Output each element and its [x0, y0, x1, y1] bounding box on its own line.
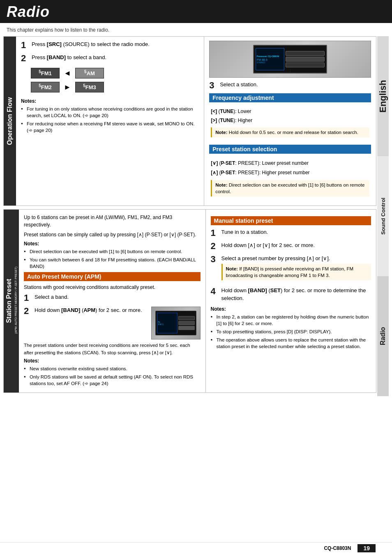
preset-station-header: Preset station selection — [209, 145, 371, 154]
band-fm2: 5FM2 — [31, 82, 60, 92]
sound-control-label: Sound Control — [377, 156, 389, 276]
preset-lower-sym: [∨] — [211, 160, 218, 166]
manual-step-1: 1 Tune in to a station. — [211, 229, 371, 238]
page-number: 19 — [357, 544, 376, 552]
apm-header: Auto Preset Memory (APM) — [24, 272, 201, 281]
manual-step-3-text: Select a preset number by pressing [∧] o… — [221, 255, 371, 283]
apm-notes: Notes: New stations overwrite existing s… — [24, 358, 201, 387]
step-3-number: 3 — [209, 81, 217, 90]
bottom-right-content: Manual station preset 1 Tune in to a sta… — [206, 210, 376, 392]
manual-step-2-text: Hold down [∧] or [∨] for 2 sec. or more. — [221, 242, 315, 249]
band-fm3: 5FM3 — [75, 82, 104, 92]
manual-step-1-text: Tune in to a station. — [221, 229, 268, 236]
tune-higher-sym: [>] — [211, 118, 217, 123]
device-image-top: Panasonic CQ-C8803N FM 88.5 STEREO — [209, 41, 371, 78]
top-section: Operation Flow 1 Press [SRC] (SOURCE) to… — [3, 36, 376, 206]
manual-notes-list: In step 2, a station can be registered b… — [211, 314, 371, 350]
apm-note-item: Only RDS stations will be saved at defau… — [24, 374, 201, 387]
step-1-number: 1 — [21, 41, 29, 50]
apm-step-2-block: 2 Hold down [BAND] (APM) for 2 sec. or m… — [24, 307, 201, 339]
manual-step-3: 3 Select a preset number by pressing [∧]… — [211, 255, 371, 283]
note-item: For tuning in on only stations whose rec… — [21, 106, 199, 119]
src-button-ref: [SRC] — [47, 41, 62, 47]
apm-scan-text: The preset stations under best receiving… — [24, 342, 201, 356]
top-right-content: Panasonic CQ-C8803N FM 88.5 STEREO — [204, 37, 376, 205]
operation-flow-label: Operation Flow — [4, 37, 16, 205]
device-screen: Panasonic CQ-C8803N FM 88.5 STEREO — [256, 48, 284, 70]
step-1: 1 Press [SRC] (SOURCE) to select the rad… — [21, 41, 199, 50]
note-item: For reducing noise when a receiving FM s… — [21, 120, 199, 134]
band-am: 5AM — [75, 68, 104, 78]
manual-step-4: 4 Hold down [BAND] (SET) for 2 sec. or m… — [211, 287, 371, 302]
band-button-ref: [BAND] — [47, 54, 66, 60]
tune-lower-sym: [<] — [211, 108, 217, 114]
band-diagram: 5FM1 ◄ 5AM 5FM2 ► 5FM3 — [31, 67, 199, 93]
notes-list-1: For tuning in on only stations whose rec… — [21, 106, 199, 134]
apm-step-2-number: 2 — [24, 307, 32, 316]
tune-lower-label: TUNE — [220, 108, 234, 114]
step-2-text: Press [BAND] to select a band. — [32, 54, 106, 61]
preset-lower-label: P·SET — [221, 160, 235, 166]
apm-intro: Stations with good receiving conditions … — [24, 284, 201, 291]
model-number: CQ-C8803N — [324, 545, 351, 551]
page-title: Radio — [7, 3, 385, 21]
arrow-indicator: ↓ — [288, 67, 292, 74]
device-buttons — [286, 51, 325, 67]
radio-label: Radio — [377, 276, 389, 396]
right-sidebars: English Sound Control Radio — [377, 36, 389, 396]
page-subtitle: This chapter explains how to listen to t… — [0, 25, 392, 36]
manual-step-3-number: 3 — [211, 255, 219, 264]
apm-notes-list: New stations overwrite existing saved st… — [24, 365, 201, 387]
arrow-right: ► — [61, 83, 74, 92]
english-label: English — [377, 36, 389, 156]
apm-step-1-text: Select a band. — [35, 293, 69, 301]
manual-notes-title: Notes: — [211, 306, 371, 312]
tune-higher-label: TUNE — [220, 118, 234, 123]
manual-step-4-text: Hold down [BAND] (SET) for 2 sec. or mor… — [221, 287, 371, 302]
apm-step-2-text-block: 2 Hold down [BAND] (APM) for 2 sec. or m… — [24, 307, 147, 320]
apm-step-1-number: 1 — [24, 293, 32, 302]
manual-step-3-note: Note: If [BAND] is pressed while receivi… — [221, 264, 371, 280]
notes-title-1: Notes: — [21, 98, 199, 104]
device-image-apm: Pa FM 1 — [151, 307, 201, 339]
step-3-text: Select a station. — [220, 81, 258, 88]
apm-step-2: 2 Hold down [BAND] (APM) for 2 sec. or m… — [24, 307, 147, 316]
bottom-intro-text2: Preset stations can be simply called up … — [24, 231, 201, 238]
manual-step-2: 2 Hold down [∧] or [∨] for 2 sec. or mor… — [211, 242, 371, 251]
manual-preset-header: Manual station preset — [211, 216, 371, 225]
manual-step-2-number: 2 — [211, 242, 219, 251]
apm-note-item: New stations overwrite existing saved st… — [24, 365, 201, 372]
preset-note: Note: Direct selection can be executed w… — [211, 180, 369, 196]
step-3: 3 Select a station. — [209, 81, 371, 90]
manual-step-4-number: 4 — [211, 287, 219, 296]
manual-step-1-number: 1 — [211, 229, 219, 238]
station-preset-label: Station Preset (APM: AUTO PRESET MEMORY … — [4, 210, 19, 392]
apm-step-1: 1 Select a band. — [24, 293, 201, 302]
preset-higher-sym: [∧] — [211, 170, 218, 175]
manual-notes: Notes: In step 2, a station can be regis… — [211, 306, 371, 350]
step-2: 2 Press [BAND] to select a band. — [21, 54, 199, 63]
manual-note-item: In step 2, a station can be registered b… — [211, 314, 371, 327]
bottom-section: Station Preset (APM: AUTO PRESET MEMORY … — [3, 209, 376, 393]
apm-notes-title: Notes: — [24, 358, 201, 364]
bottom-left-content: Up to 6 stations can be preset in AM (LW… — [19, 210, 206, 392]
bottom-note-item: Direct selection can be executed with [1… — [24, 248, 201, 255]
notes-section1: Notes: For tuning in on only stations wh… — [21, 98, 199, 134]
bottom-note-item: You can switch between 6 and 18 for FM p… — [24, 256, 201, 270]
frequency-adjustment-content: [<] (TUNE): Lower [>] (TUNE): Higher Not… — [209, 105, 371, 142]
arrow-left: ◄ — [61, 69, 74, 78]
apm-step-2-text: Hold down [BAND] (APM) for 2 sec. or mor… — [35, 307, 142, 314]
step-1-text: Press [SRC] (SOURCE) to select the radio… — [32, 41, 150, 48]
bottom-notes-list: Direct selection can be executed with [1… — [24, 248, 201, 270]
bottom-notes-section: Notes: Direct selection can be executed … — [24, 241, 201, 270]
band-fm1: 5FM1 — [31, 68, 60, 78]
preset-station-content: [∨] (P·SET: PRESET): Lower preset number… — [209, 156, 371, 201]
page-header: Radio — [0, 0, 392, 23]
bottom-intro-text1: Up to 6 stations can be preset in AM (LW… — [24, 214, 201, 229]
page-footer: CQ-C8803N 19 — [0, 542, 392, 554]
step-2-number: 2 — [21, 54, 29, 63]
bottom-notes-title: Notes: — [24, 241, 201, 247]
tune-note: Note: Hold down for 0.5 sec. or more and… — [211, 127, 369, 137]
preset-higher-label: P·SET — [221, 170, 235, 175]
top-left-content: 1 Press [SRC] (SOURCE) to select the rad… — [16, 37, 204, 205]
